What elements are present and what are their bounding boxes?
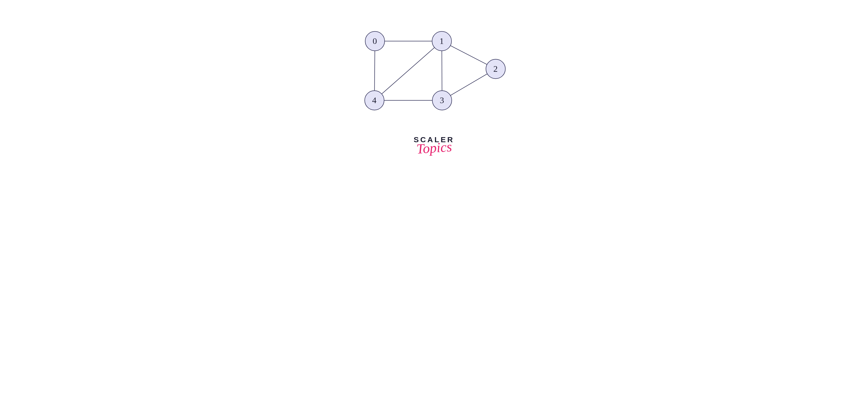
node-label: 3 [440, 95, 444, 105]
diagram-canvas: SCALER Topics 01234 [235, 0, 633, 181]
node-label: 1 [439, 36, 444, 46]
brand-logo-line2: Topics [413, 139, 455, 157]
node-0: 0 [365, 31, 385, 51]
edge-1-4 [382, 48, 434, 94]
node-4: 4 [365, 90, 384, 110]
edge-2-3 [451, 74, 487, 95]
edge-0-4 [374, 51, 375, 90]
node-1: 1 [432, 31, 452, 51]
node-label: 2 [493, 64, 498, 74]
node-2: 2 [486, 59, 505, 79]
edge-1-2 [451, 46, 487, 64]
node-label: 4 [372, 95, 376, 105]
node-label: 0 [373, 36, 377, 46]
brand-logo: SCALER Topics [414, 135, 454, 156]
node-3: 3 [432, 90, 452, 110]
edge-1-3 [442, 51, 442, 90]
